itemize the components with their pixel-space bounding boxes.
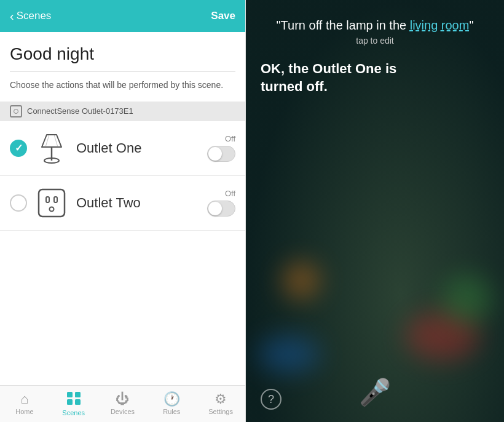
siri-response: OK, the Outlet One is turned off. (261, 60, 420, 95)
outlet-two-toggle-label: Off (225, 189, 235, 198)
svg-rect-5 (39, 189, 65, 217)
home-icon: ⌂ (20, 392, 28, 406)
siri-bottom-bar: ? 🎤 (246, 377, 504, 422)
tab-devices-label: Devices (111, 408, 135, 415)
svg-rect-6 (46, 197, 49, 202)
svg-marker-0 (42, 135, 61, 147)
lamp-icon (34, 130, 69, 167)
scene-description: Choose the actions that will be performe… (10, 79, 235, 92)
tab-devices[interactable]: ⏻ Devices (98, 386, 148, 422)
back-label: Scenes (17, 10, 52, 22)
outlet-two-name: Outlet Two (76, 195, 200, 211)
right-panel: "Turn off the lamp in the living room" t… (246, 0, 504, 422)
list-item: Outlet Two Off (0, 176, 245, 231)
siri-tap-edit[interactable]: tap to edit (261, 36, 489, 46)
outlet-one-toggle-label: Off (225, 134, 235, 143)
device-group-header: ConnectSense Outlet-0173E1 (0, 102, 245, 121)
svg-rect-10 (75, 392, 81, 397)
svg-rect-7 (54, 197, 57, 202)
tab-scenes-label: Scenes (62, 409, 85, 416)
tab-settings-label: Settings (208, 408, 233, 415)
nav-bar: ‹ Scenes Save (0, 0, 245, 32)
device-group-name: ConnectSense Outlet-0173E1 (27, 106, 133, 116)
siri-query-highlight: living room (410, 18, 470, 32)
outlet-one-toggle-wrap: Off (207, 134, 235, 162)
tab-bar: ⌂ Home Scenes ⏻ Devices 🕐 Rules ⚙ S (0, 385, 245, 422)
outlet-two-toggle-wrap: Off (207, 189, 235, 217)
tab-rules[interactable]: 🕐 Rules (147, 386, 196, 422)
tab-settings[interactable]: ⚙ Settings (196, 386, 245, 422)
tab-rules-label: Rules (163, 408, 180, 415)
outlet-one-checkbox[interactable] (10, 140, 27, 157)
svg-point-8 (50, 207, 54, 211)
siri-help-button[interactable]: ? (261, 389, 282, 410)
tab-scenes[interactable]: Scenes (49, 386, 98, 422)
devices-icon: ⏻ (116, 392, 129, 406)
siri-content: "Turn off the lamp in the living room" t… (246, 0, 504, 422)
device-list: Outlet One Off (10, 121, 235, 231)
svg-rect-9 (67, 392, 73, 397)
siri-mic-button[interactable]: 🎤 (359, 377, 391, 407)
outlet-two-checkbox[interactable] (10, 194, 27, 212)
scene-divider (10, 71, 235, 72)
save-button[interactable]: Save (211, 10, 235, 22)
outlet-icon (34, 185, 69, 221)
left-panel: ‹ Scenes Save Good night Choose the acti… (0, 0, 246, 422)
svg-rect-11 (67, 399, 73, 405)
scene-title: Good night (10, 44, 235, 64)
outlet-two-toggle[interactable] (207, 201, 235, 217)
back-button[interactable]: ‹ Scenes (10, 10, 51, 22)
scenes-icon (66, 391, 81, 407)
rules-icon: 🕐 (163, 392, 180, 406)
outlet-small-icon (10, 105, 22, 117)
siri-query: "Turn off the lamp in the living room" (261, 17, 489, 33)
outlet-one-name: Outlet One (76, 140, 200, 156)
settings-icon: ⚙ (215, 392, 227, 406)
svg-rect-12 (75, 399, 81, 405)
outlet-one-toggle[interactable] (207, 146, 235, 162)
tab-home-label: Home (15, 408, 33, 415)
content-area: Good night Choose the actions that will … (0, 32, 245, 385)
back-chevron-icon: ‹ (10, 10, 14, 22)
list-item: Outlet One Off (0, 121, 245, 176)
tab-home[interactable]: ⌂ Home (0, 386, 49, 422)
